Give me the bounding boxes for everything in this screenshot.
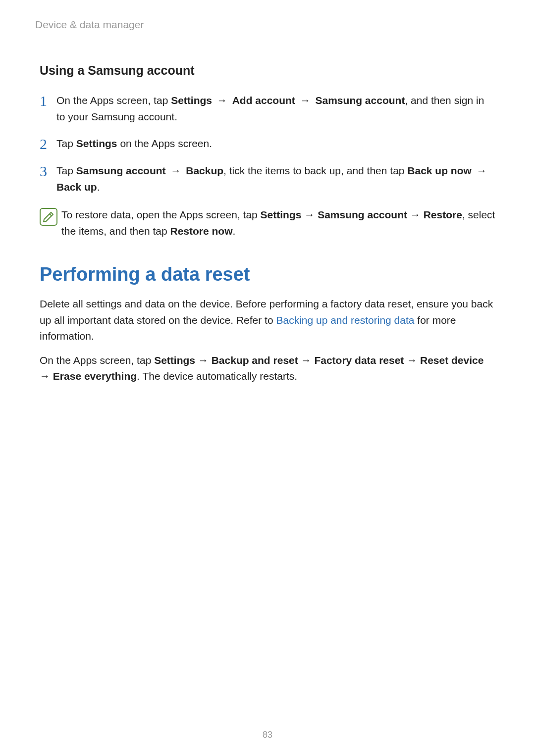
step-text: Tap Settings on the Apps screen. — [56, 136, 495, 152]
cross-reference-link[interactable]: Backing up and restoring data — [276, 314, 414, 326]
step-number: 3 — [40, 163, 56, 179]
steps-list: 1 On the Apps screen, tap Settings → Add… — [40, 93, 495, 195]
note-text: To restore data, open the Apps screen, t… — [61, 207, 495, 239]
header-divider — [26, 18, 26, 32]
note-icon — [40, 208, 57, 226]
step-3: 3 Tap Samsung account → Backup, tick the… — [40, 163, 495, 195]
page-number: 83 — [0, 730, 535, 740]
svg-line-0 — [50, 214, 52, 216]
step-text: Tap Samsung account → Backup, tick the i… — [56, 163, 495, 195]
step-1: 1 On the Apps screen, tap Settings → Add… — [40, 93, 495, 125]
step-number: 2 — [40, 136, 56, 152]
body-paragraph: Delete all settings and data on the devi… — [40, 296, 495, 345]
note-callout: To restore data, open the Apps screen, t… — [40, 207, 495, 239]
breadcrumb: Device & data manager — [35, 19, 144, 31]
section-heading-samsung-account: Using a Samsung account — [40, 63, 495, 78]
step-2: 2 Tap Settings on the Apps screen. — [40, 136, 495, 152]
step-text: On the Apps screen, tap Settings → Add a… — [56, 93, 495, 125]
note-icon-wrap — [40, 207, 61, 226]
page-header: Device & data manager — [40, 18, 495, 32]
body-paragraph: On the Apps screen, tap Settings → Backu… — [40, 353, 495, 385]
step-number: 1 — [40, 93, 56, 109]
page-content: Device & data manager Using a Samsung ac… — [0, 0, 535, 385]
section-heading-data-reset: Performing a data reset — [40, 264, 495, 285]
